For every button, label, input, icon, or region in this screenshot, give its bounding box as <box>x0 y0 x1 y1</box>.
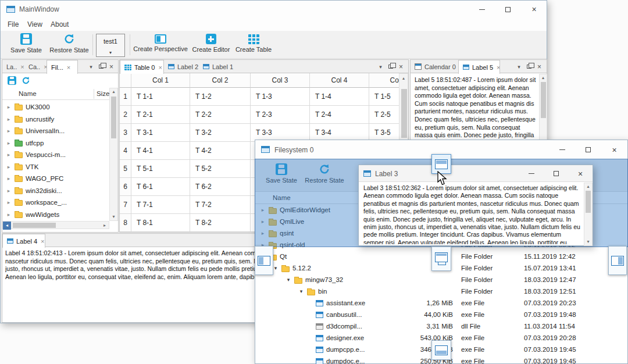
chevron-right-icon[interactable]: ▸ <box>6 128 12 134</box>
fs-tree-row[interactable]: d3dcompil...3,31 MiBdll File11.03.2014 1… <box>255 320 627 332</box>
scroll-up-icon[interactable]: ▴ <box>540 74 547 81</box>
close-dock-button[interactable]: × <box>106 62 116 72</box>
tree-item[interactable]: ▸UniversalIn... <box>2 124 109 137</box>
tab-label5[interactable]: Label 5× <box>458 60 500 74</box>
chevron-right-icon[interactable]: ▸ <box>6 152 12 158</box>
tree-item[interactable]: ▸Vespucci-m... <box>2 148 109 160</box>
table-cell[interactable]: T 2-1 <box>131 106 190 124</box>
column-size[interactable]: Size <box>97 90 109 97</box>
scrollbar-thumb[interactable] <box>541 82 546 118</box>
chevron-down-icon[interactable]: ▾ <box>286 277 291 283</box>
tabs-menu-button[interactable]: ▾ <box>514 62 524 72</box>
vertical-scrollbar[interactable]: ▴ ▾ <box>109 88 118 221</box>
table-cell[interactable]: T 5-2 <box>190 160 251 178</box>
table-cell[interactable]: T 2-5 <box>369 106 399 124</box>
tree-item[interactable]: ▸workspace_... <box>2 196 109 208</box>
column-header[interactable]: Col 1 <box>131 73 190 88</box>
menu-view[interactable]: View <box>24 18 46 31</box>
chevron-right-icon[interactable]: ▸ <box>6 176 12 181</box>
scroll-right-icon[interactable]: ▸ <box>101 222 109 230</box>
row-header[interactable]: 4 <box>120 142 131 160</box>
chevron-right-icon[interactable]: ▸ <box>6 116 12 122</box>
horizontal-scrollbar[interactable]: ◂ ▸ <box>2 221 109 229</box>
fs-tree-row[interactable]: ▾binFile Folder18.03.2019 12:51 <box>255 286 627 297</box>
tree-item[interactable]: ▸UK3000 <box>2 101 109 113</box>
row-header[interactable]: 7 <box>120 196 131 214</box>
table-cell[interactable]: T 7-2 <box>190 196 251 214</box>
row-header[interactable]: 5 <box>120 160 131 178</box>
main-titlebar[interactable]: MainWindow × <box>1 1 547 18</box>
scroll-up-icon[interactable]: ▴ <box>584 183 592 190</box>
column-divider[interactable] <box>94 89 94 99</box>
tab-label1[interactable]: Label 1 <box>199 60 234 73</box>
chevron-right-icon[interactable]: ▸ <box>6 140 12 146</box>
table-cell[interactable]: T 2-2 <box>190 106 251 124</box>
scroll-left-icon[interactable]: ◂ <box>3 222 11 230</box>
close-icon[interactable]: × <box>41 238 44 245</box>
table-cell[interactable]: T 1-5 <box>369 88 399 106</box>
close-icon[interactable]: × <box>67 64 70 71</box>
label3-window[interactable]: Label 3 × Label 3 18:51:02:362 - Lorem i… <box>358 165 593 246</box>
maximize-button[interactable] <box>495 1 521 18</box>
tree-item[interactable]: ▸wwWidgets <box>2 208 109 220</box>
row-header[interactable]: 6 <box>120 178 131 196</box>
row-header[interactable]: 1 <box>120 88 131 106</box>
perspective-combo[interactable]: test1 ▾ <box>96 34 125 57</box>
chevron-right-icon[interactable]: ▸ <box>6 199 12 205</box>
maximize-button[interactable] <box>544 165 568 182</box>
table-cell[interactable]: T 1-3 <box>251 88 310 106</box>
tree-item[interactable]: ▸win32diski... <box>2 184 109 197</box>
scrollbar-thumb[interactable] <box>401 89 407 138</box>
chevron-right-icon[interactable]: ▸ <box>6 164 12 170</box>
drop-indicator-center[interactable] <box>431 247 451 271</box>
save-state-button[interactable]: Save State <box>8 33 45 53</box>
table-cell[interactable]: T 6-2 <box>190 178 251 196</box>
scroll-up-icon[interactable]: ▴ <box>399 75 408 82</box>
chevron-right-icon[interactable]: ▸ <box>6 212 12 217</box>
chevron-right-icon[interactable]: ▸ <box>6 104 12 110</box>
column-header[interactable]: Col 3 <box>251 73 310 88</box>
save-state-icon[interactable] <box>8 76 16 85</box>
label3-titlebar[interactable]: Label 3 × <box>359 165 593 182</box>
vertical-scrollbar[interactable]: ▴ ▾ <box>584 183 593 246</box>
scrollbar-thumb[interactable] <box>586 191 591 213</box>
table-cell[interactable]: T 8-2 <box>190 214 251 232</box>
float-dock-button[interactable] <box>386 62 395 72</box>
table-cell[interactable]: T 1-2 <box>190 88 251 106</box>
table-cell[interactable]: T 1-4 <box>310 88 369 106</box>
table-cell[interactable]: T 2-4 <box>310 106 369 124</box>
row-header[interactable]: 3 <box>120 124 131 142</box>
close-icon[interactable]: × <box>158 64 162 71</box>
close-button[interactable]: × <box>601 140 627 159</box>
scrollbar-thumb[interactable] <box>111 97 116 138</box>
column-header[interactable]: Col 5 <box>369 73 399 88</box>
drop-indicator-right[interactable] <box>608 246 627 275</box>
tab-label2[interactable]: Label 2 <box>164 60 199 73</box>
create-editor-button[interactable]: Create Editor <box>190 33 232 53</box>
scroll-up-icon[interactable]: ▴ <box>110 88 117 95</box>
row-header[interactable]: 2 <box>120 106 131 124</box>
table-cell[interactable]: T 8-1 <box>131 214 190 232</box>
table-cell[interactable]: T 1-1 <box>131 88 190 106</box>
close-dock-button[interactable]: × <box>534 62 544 72</box>
table-cell[interactable]: T 6-1 <box>131 178 190 196</box>
tabs-menu-button[interactable]: ▾ <box>376 62 386 72</box>
drop-indicator-bottom[interactable] <box>431 340 451 360</box>
tab-calendar0[interactable]: Calendar 0 <box>411 60 458 73</box>
close-dock-button[interactable]: × <box>396 62 406 72</box>
tree-item[interactable]: ▸WAGO_PFC <box>2 172 109 184</box>
tree-item[interactable]: ▸utfcpp <box>2 137 109 149</box>
tab-label4[interactable]: Label 4× <box>2 234 45 248</box>
close-icon[interactable]: × <box>497 64 500 71</box>
table-cell[interactable]: T 3-1 <box>131 124 190 142</box>
table-cell[interactable]: T 5-1 <box>131 160 190 178</box>
chevron-down-icon[interactable]: ▾ <box>273 265 279 271</box>
tree-item[interactable]: ▸uncrustify <box>2 113 109 125</box>
column-header[interactable]: Col 2 <box>190 73 251 88</box>
drop-indicator-left[interactable] <box>255 246 273 275</box>
close-icon[interactable]: × <box>20 63 24 70</box>
fs-tree-row[interactable]: canbusutil...44,00 KiBexe File07.03.2019… <box>255 309 627 320</box>
float-dock-button[interactable] <box>96 62 106 72</box>
scrollbar-thumb[interactable] <box>13 223 56 228</box>
fs-tree-row[interactable]: assistant.exe1,26 MiBexe File07.03.2019 … <box>255 297 627 309</box>
